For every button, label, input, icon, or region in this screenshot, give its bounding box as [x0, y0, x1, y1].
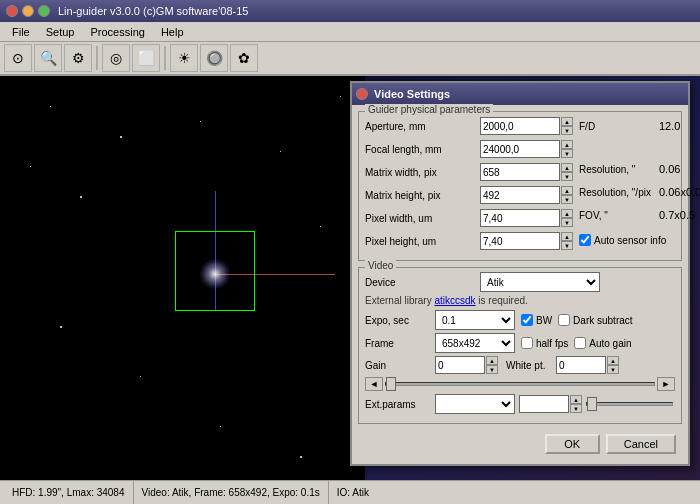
- half-fps-row: half fps: [521, 337, 568, 349]
- wpt-up[interactable]: ▲: [607, 356, 619, 365]
- aperture-input[interactable]: [480, 117, 560, 135]
- pw-down[interactable]: ▼: [561, 218, 573, 227]
- ext-params-spinner[interactable]: ▲ ▼: [570, 395, 582, 413]
- ext-slider-thumb[interactable]: [587, 397, 597, 411]
- ph-up[interactable]: ▲: [561, 232, 573, 241]
- video-legend: Video: [365, 260, 396, 271]
- ext-params-row: Ext.params ▲ ▼: [365, 394, 675, 414]
- focal-down[interactable]: ▼: [561, 149, 573, 158]
- auto-gain-checkbox[interactable]: [574, 337, 586, 349]
- star: [50, 106, 51, 107]
- slider-left-btn[interactable]: ◄: [365, 377, 383, 391]
- star: [220, 426, 221, 427]
- focal-up[interactable]: ▲: [561, 140, 573, 149]
- pixel-width-spinner[interactable]: ▲ ▼: [561, 209, 573, 227]
- matrix-height-spinner[interactable]: ▲ ▼: [561, 186, 573, 204]
- mh-up[interactable]: ▲: [561, 186, 573, 195]
- wpt-down[interactable]: ▼: [607, 365, 619, 374]
- ext-notice-text2: is required.: [476, 295, 528, 306]
- auto-sensor-row: Auto sensor info: [579, 234, 689, 246]
- matrix-height-input[interactable]: [480, 186, 560, 204]
- ext-link[interactable]: atikccsdk: [434, 295, 475, 306]
- aperture-up[interactable]: ▲: [561, 117, 573, 126]
- toolbar-btn-2[interactable]: 🔍: [34, 44, 62, 72]
- matrix-width-label: Matrix width, pix: [365, 167, 480, 178]
- pixel-height-label: Pixel height, um: [365, 236, 480, 247]
- toolbar-btn-8[interactable]: ✿: [230, 44, 258, 72]
- menu-help[interactable]: Help: [153, 22, 192, 41]
- mh-down[interactable]: ▼: [561, 195, 573, 204]
- bw-row: BW: [521, 314, 552, 326]
- focal-length-input[interactable]: [480, 140, 560, 158]
- toolbar-btn-7[interactable]: 🔘: [200, 44, 228, 72]
- toolbar-btn-5[interactable]: ⬜: [132, 44, 160, 72]
- close-button[interactable]: [6, 5, 18, 17]
- status-video: Video: Atik, Frame: 658x492, Expo: 0.1s: [134, 481, 329, 504]
- star: [300, 456, 302, 458]
- bw-checkbox[interactable]: [521, 314, 533, 326]
- resolution-row: Resolution, " 0.06: [579, 159, 689, 179]
- gain-input[interactable]: [435, 356, 485, 374]
- focal-length-spinner[interactable]: ▲ ▼: [561, 140, 573, 158]
- dialog-title-bar: Video Settings: [352, 83, 688, 105]
- slider-track-1[interactable]: [385, 382, 655, 386]
- frame-select[interactable]: 658x492: [435, 333, 515, 353]
- menu-processing[interactable]: Processing: [82, 22, 152, 41]
- fd-value: 12.0: [659, 120, 680, 132]
- slider-right-btn[interactable]: ►: [657, 377, 675, 391]
- app-title: Lin-guider v3.0.0 (c)GM software'08-15: [58, 5, 248, 17]
- device-row: Device Atik: [365, 272, 675, 292]
- white-pt-input[interactable]: [556, 356, 606, 374]
- gain-row: Gain ▲ ▼ White pt. ▲ ▼: [365, 356, 675, 374]
- ph-down[interactable]: ▼: [561, 241, 573, 250]
- menu-setup[interactable]: Setup: [38, 22, 83, 41]
- mw-down[interactable]: ▼: [561, 172, 573, 181]
- toolbar-btn-1[interactable]: ⊙: [4, 44, 32, 72]
- device-select[interactable]: Atik: [480, 272, 600, 292]
- ext-notice: External library atikccsdk is required.: [365, 295, 675, 306]
- ok-button[interactable]: OK: [545, 434, 600, 454]
- ep-up[interactable]: ▲: [570, 395, 582, 404]
- cancel-button[interactable]: Cancel: [606, 434, 676, 454]
- pixel-width-input[interactable]: [480, 209, 560, 227]
- aperture-spinner[interactable]: ▲ ▼: [561, 117, 573, 135]
- toolbar-btn-4[interactable]: ◎: [102, 44, 130, 72]
- maximize-button[interactable]: [38, 5, 50, 17]
- pw-up[interactable]: ▲: [561, 209, 573, 218]
- gain-up[interactable]: ▲: [486, 356, 498, 365]
- mw-up[interactable]: ▲: [561, 163, 573, 172]
- white-pt-spinner[interactable]: ▲ ▼: [607, 356, 619, 374]
- ext-params-select[interactable]: [435, 394, 515, 414]
- toolbar-btn-6[interactable]: ☀: [170, 44, 198, 72]
- dialog-title: Video Settings: [374, 88, 450, 100]
- ep-down[interactable]: ▼: [570, 404, 582, 413]
- gain-down[interactable]: ▼: [486, 365, 498, 374]
- aperture-down[interactable]: ▼: [561, 126, 573, 135]
- ext-params-value[interactable]: [519, 395, 569, 413]
- title-bar-buttons[interactable]: [6, 5, 50, 17]
- half-fps-checkbox[interactable]: [521, 337, 533, 349]
- status-bar: HFD: 1.99", Lmax: 34084 Video: Atik, Fra…: [0, 480, 700, 504]
- spacer: [579, 139, 689, 159]
- menu-file[interactable]: File: [4, 22, 38, 41]
- minimize-button[interactable]: [22, 5, 34, 17]
- slider-thumb-1[interactable]: [386, 377, 396, 391]
- dialog-close-button[interactable]: [356, 88, 368, 100]
- star: [140, 376, 141, 377]
- auto-sensor-checkbox[interactable]: [579, 234, 591, 246]
- matrix-width-input[interactable]: [480, 163, 560, 181]
- pixel-height-input[interactable]: [480, 232, 560, 250]
- ext-slider-track[interactable]: [586, 402, 673, 406]
- gain-spinner[interactable]: ▲ ▼: [486, 356, 498, 374]
- expo-select[interactable]: 0.1: [435, 310, 515, 330]
- toolbar-btn-3[interactable]: ⚙: [64, 44, 92, 72]
- guider-params-legend: Guider physical parameters: [365, 104, 493, 115]
- matrix-width-spinner[interactable]: ▲ ▼: [561, 163, 573, 181]
- pixel-height-spinner[interactable]: ▲ ▼: [561, 232, 573, 250]
- dark-subtract-checkbox[interactable]: [558, 314, 570, 326]
- ext-params-label: Ext.params: [365, 399, 435, 410]
- matrix-width-row: Matrix width, pix ▲ ▼: [365, 162, 573, 182]
- resolution-pix-row: Resolution, "/pix 0.06x0.06: [579, 182, 689, 202]
- auto-sensor-label: Auto sensor info: [594, 235, 666, 246]
- menu-bar: File Setup Processing Help: [0, 22, 700, 42]
